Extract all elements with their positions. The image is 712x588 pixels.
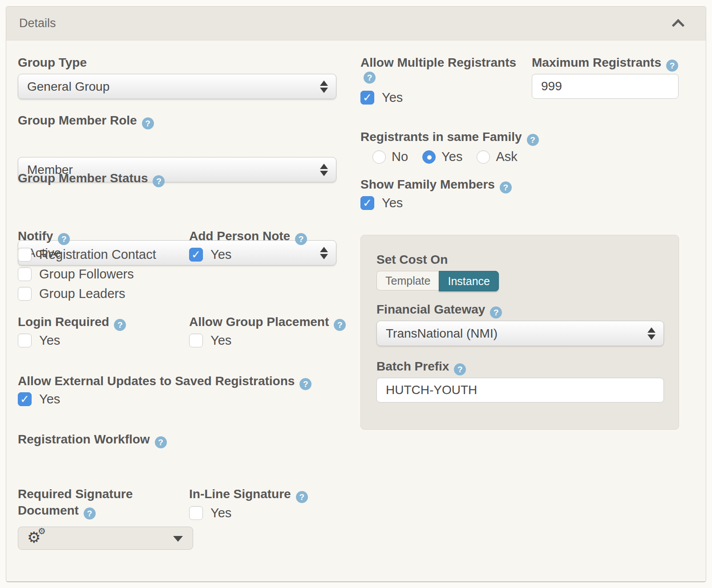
- group-type-select[interactable]: General Group: [18, 74, 336, 99]
- help-icon[interactable]: [299, 378, 312, 390]
- notify-group-followers-row: Group Followers: [18, 267, 134, 282]
- help-icon[interactable]: [155, 436, 167, 448]
- notify-label-text: Notify: [18, 229, 53, 243]
- help-icon[interactable]: [527, 134, 539, 146]
- batch-prefix-label-text: Batch Prefix: [376, 359, 449, 373]
- login-required-checkbox[interactable]: [18, 334, 32, 347]
- inline-signature-checkbox[interactable]: [189, 506, 203, 520]
- help-icon[interactable]: [500, 181, 512, 193]
- inline-signature-label: In-Line Signature: [189, 486, 308, 503]
- login-required-label-text: Login Required: [18, 315, 109, 329]
- radio-yes-label[interactable]: Yes: [441, 149, 462, 164]
- radio-item-ask: Ask: [477, 149, 517, 164]
- login-required-yes-label[interactable]: Yes: [39, 333, 60, 348]
- add-person-note-yes-label[interactable]: Yes: [210, 247, 231, 262]
- radio-no-label[interactable]: No: [392, 149, 408, 164]
- allow-group-placement-label: Allow Group Placement: [189, 314, 346, 331]
- help-icon[interactable]: [153, 175, 165, 187]
- help-icon[interactable]: [142, 117, 154, 129]
- page: Details Group Type General Group Group M…: [0, 0, 712, 588]
- help-icon[interactable]: [364, 72, 376, 84]
- group-type-value: General Group: [27, 80, 109, 94]
- set-cost-template-button[interactable]: Template: [376, 271, 439, 290]
- group-followers-checkbox[interactable]: [18, 267, 32, 281]
- show-family-members-row: Yes: [360, 196, 403, 210]
- panel-header[interactable]: Details: [6, 7, 706, 40]
- show-family-members-label: Show Family Members: [360, 176, 512, 193]
- group-type-label-text: Group Type: [18, 56, 87, 69]
- group-member-status-label: Group Member Status: [18, 170, 165, 187]
- help-icon[interactable]: [58, 233, 70, 245]
- chevron-up-icon[interactable]: [672, 19, 684, 31]
- allow-multiple-registrants-row: Yes: [360, 90, 403, 105]
- group-leaders-checkbox[interactable]: [18, 287, 32, 301]
- registrants-in-same-family-label: Registrants in same Family: [360, 129, 539, 146]
- maximum-registrants-label: Maximum Registrants: [532, 54, 678, 72]
- registrants-in-same-family-label-text: Registrants in same Family: [360, 130, 522, 144]
- radio-ask-label[interactable]: Ask: [496, 149, 517, 164]
- allow-group-placement-yes-label[interactable]: Yes: [210, 333, 231, 348]
- group-member-role-label-text: Group Member Role: [18, 113, 137, 127]
- help-icon[interactable]: [114, 319, 126, 331]
- allow-group-placement-checkbox[interactable]: [189, 334, 203, 347]
- add-person-note-checkbox[interactable]: [189, 248, 203, 262]
- help-icon[interactable]: [295, 233, 307, 245]
- up-down-arrows-icon: [320, 79, 328, 94]
- required-signature-document-label-text: Required Signature Document: [18, 487, 133, 517]
- set-cost-instance-button[interactable]: Instance: [439, 271, 499, 291]
- group-type-label: Group Type: [18, 54, 87, 71]
- caret-down-icon: [173, 536, 183, 542]
- allow-external-updates-label-text: Allow External Updates to Saved Registra…: [18, 374, 295, 388]
- group-member-status-label-text: Group Member Status: [18, 171, 148, 185]
- inline-signature-yes-label[interactable]: Yes: [210, 506, 231, 520]
- show-family-members-yes-label[interactable]: Yes: [382, 196, 403, 210]
- help-icon[interactable]: [334, 319, 346, 331]
- radio-no[interactable]: [372, 150, 386, 164]
- registrants-in-same-family-radio-group: No Yes Ask: [372, 149, 518, 164]
- radio-item-yes: Yes: [422, 149, 462, 164]
- panel-title: Details: [19, 16, 56, 30]
- required-signature-document-label: Required Signature Document: [18, 486, 173, 520]
- up-down-arrows-icon: [320, 246, 328, 261]
- help-icon[interactable]: [490, 306, 502, 318]
- add-person-note-label: Add Person Note: [189, 228, 307, 245]
- registration-contact-label[interactable]: Registration Contact: [39, 247, 156, 262]
- allow-external-updates-row: Yes: [18, 392, 60, 407]
- allow-multiple-registrants-yes-label[interactable]: Yes: [382, 90, 403, 105]
- login-required-label: Login Required: [18, 314, 126, 331]
- radio-ask[interactable]: [477, 150, 490, 164]
- set-cost-on-label: Set Cost On: [376, 251, 448, 268]
- group-followers-label[interactable]: Group Followers: [39, 267, 134, 282]
- financial-gateway-label-text: Financial Gateway: [376, 302, 485, 316]
- maximum-registrants-input[interactable]: [532, 74, 679, 99]
- show-family-members-checkbox[interactable]: [360, 196, 374, 210]
- batch-prefix-input[interactable]: [376, 378, 664, 403]
- login-required-row: Yes: [18, 333, 60, 348]
- up-down-arrows-icon: [320, 162, 328, 177]
- registration-workflow-label: Registration Workflow: [18, 431, 167, 448]
- allow-external-updates-yes-label[interactable]: Yes: [39, 392, 60, 407]
- radio-yes[interactable]: [422, 150, 436, 164]
- help-icon[interactable]: [454, 363, 466, 375]
- add-person-note-label-text: Add Person Note: [189, 229, 290, 243]
- maximum-registrants-label-text: Maximum Registrants: [532, 56, 661, 69]
- allow-multiple-registrants-label: Allow Multiple Registrants: [360, 54, 516, 71]
- allow-group-placement-label-text: Allow Group Placement: [189, 315, 329, 329]
- financial-gateway-value: TransNational (NMI): [386, 326, 498, 341]
- set-cost-on-label-text: Set Cost On: [376, 253, 448, 266]
- help-icon[interactable]: [84, 507, 96, 520]
- group-leaders-label[interactable]: Group Leaders: [39, 286, 125, 301]
- allow-external-updates-label: Allow External Updates to Saved Registra…: [18, 373, 312, 390]
- allow-external-updates-checkbox[interactable]: [18, 392, 32, 406]
- group-member-role-label: Group Member Role: [18, 112, 154, 129]
- registration-contact-checkbox[interactable]: [18, 248, 32, 262]
- notify-registration-contact-row: Registration Contact: [18, 247, 156, 262]
- help-icon[interactable]: [296, 491, 308, 503]
- registration-workflow-picker[interactable]: [18, 527, 193, 550]
- up-down-arrows-icon: [647, 326, 655, 341]
- add-person-note-row: Yes: [189, 247, 231, 262]
- allow-multiple-registrants-checkbox[interactable]: [360, 91, 374, 105]
- help-icon[interactable]: [666, 60, 678, 72]
- inline-signature-row: Yes: [189, 506, 231, 520]
- financial-gateway-select[interactable]: TransNational (NMI): [376, 321, 664, 346]
